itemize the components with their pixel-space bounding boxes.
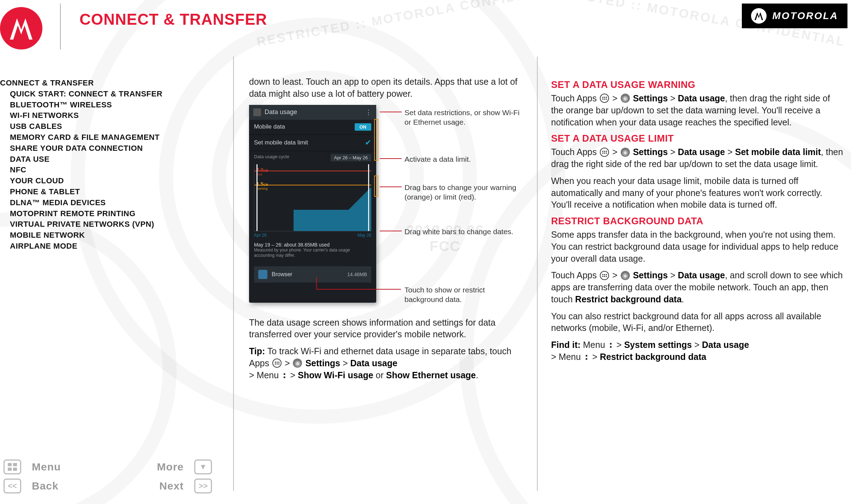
brand-name: MOTOROLA bbox=[772, 10, 838, 22]
body-text: The data usage screen shows information … bbox=[249, 317, 525, 341]
more-icon[interactable]: ▼ bbox=[194, 459, 212, 474]
footer-nav: Menu More ▼ << Back Next >> bbox=[4, 459, 212, 498]
body-text: Touch Apps > Settings > Data usage > Set… bbox=[551, 146, 844, 170]
label: Data usage cycle bbox=[254, 154, 289, 161]
back-button[interactable]: Back bbox=[32, 480, 85, 492]
overflow-menu-icon: ▪▪ bbox=[585, 354, 587, 361]
body-text: down to least. Touch an app to open its … bbox=[249, 76, 525, 100]
data-usage-figure: Data usage ⋮ Mobile data ON Set mobile d… bbox=[249, 105, 521, 306]
date-handle bbox=[256, 164, 258, 231]
mobile-data-row: Mobile data ON bbox=[249, 120, 376, 135]
highlight-box bbox=[374, 119, 378, 161]
label: Mobile data bbox=[254, 123, 285, 130]
body-text: You can also restrict background data fo… bbox=[551, 310, 844, 334]
gear-icon bbox=[621, 148, 630, 157]
usage-summary: May 19 – 26: about 38.65MB used Measured… bbox=[249, 239, 376, 261]
app-size: 14.46MB bbox=[347, 272, 367, 277]
x-start: Apr 26 bbox=[254, 233, 266, 238]
browser-icon bbox=[258, 270, 267, 279]
menu-button[interactable]: Menu bbox=[32, 461, 85, 473]
toc-item[interactable]: QUICK START: CONNECT & TRANSFER bbox=[0, 89, 198, 100]
menu-icon[interactable] bbox=[4, 459, 21, 474]
callout: Set data restrictions, or show Wi-Fi or … bbox=[404, 108, 521, 127]
column-divider bbox=[233, 57, 234, 491]
callout: Drag white bars to change dates. bbox=[404, 227, 521, 236]
next-icon[interactable]: >> bbox=[194, 479, 212, 493]
find-it-text: Find it: Menu ▪▪ > System settings > Dat… bbox=[551, 339, 844, 363]
cycle-row: Data usage cycle Apr 26 – May 26 bbox=[249, 151, 376, 164]
screen-title: Data usage bbox=[265, 108, 297, 116]
section-heading: SET A DATA USAGE WARNING bbox=[551, 79, 844, 90]
toc-item[interactable]: PHONE & TABLET bbox=[0, 186, 198, 197]
gear-icon bbox=[621, 94, 630, 103]
limit-label: 4.0GBlimit bbox=[256, 167, 268, 176]
body-text: Touch Apps > Settings > Data usage, then… bbox=[551, 93, 844, 128]
callout: Touch to show or restrict background dat… bbox=[404, 285, 521, 304]
motorola-logo-icon bbox=[751, 8, 767, 24]
date-handle bbox=[368, 164, 369, 231]
overflow-menu-icon: ▪▪ bbox=[610, 342, 612, 349]
toc-item[interactable]: YOUR CLOUD bbox=[0, 176, 198, 186]
watermark-text: RESTRICTED :: MOTOROLA CONFIDENTIAL bbox=[255, 0, 571, 49]
toc-item[interactable]: VIRTUAL PRIVATE NETWORKS (VPN) bbox=[0, 219, 198, 230]
screen-titlebar: Data usage ⋮ bbox=[249, 105, 376, 120]
toc-item[interactable]: DATA USE bbox=[0, 154, 198, 165]
section-heading: SET A DATA USAGE LIMIT bbox=[551, 133, 844, 144]
toc-item[interactable]: SHARE YOUR DATA CONNECTION bbox=[0, 143, 198, 154]
column-divider bbox=[537, 57, 538, 491]
brand-badge: MOTOROLA bbox=[742, 4, 847, 28]
section-heading: RESTRICT BACKGROUND DATA bbox=[551, 216, 844, 227]
toc-item[interactable]: MEMORY CARD & FILE MANAGEMENT bbox=[0, 132, 198, 143]
label: Set mobile data limit bbox=[254, 139, 308, 146]
toc-item[interactable]: MOBILE NETWORK bbox=[0, 230, 198, 241]
warning-label: 1.5GBwarning bbox=[256, 181, 268, 190]
apps-icon bbox=[272, 358, 282, 368]
apps-icon bbox=[600, 271, 609, 280]
gear-icon bbox=[293, 358, 302, 368]
callout: Drag bars to change your warning (orange… bbox=[404, 183, 521, 202]
usage-area bbox=[329, 185, 371, 231]
toc-item[interactable]: BLUETOOTH™ WIRELESS bbox=[0, 100, 198, 111]
highlight-box bbox=[374, 176, 378, 197]
toc-item[interactable]: DLNA™ MEDIA DEVICES bbox=[0, 197, 198, 208]
app-usage-row: Browser 14.46MB bbox=[254, 266, 371, 283]
chart-x-axis: Apr 26 May 26 bbox=[249, 231, 376, 239]
toc-item[interactable]: WI-FI NETWORKS bbox=[0, 110, 198, 121]
body-text: When you reach your data usage limit, mo… bbox=[551, 175, 844, 211]
more-button[interactable]: More bbox=[131, 461, 184, 473]
set-limit-row: Set mobile data limit ✔ bbox=[249, 135, 376, 151]
on-toggle: ON bbox=[355, 123, 372, 131]
tip-text: Tip: To track Wi-Fi and ethernet data us… bbox=[249, 345, 525, 381]
callout: Activate a data limit. bbox=[404, 154, 518, 164]
body-text: Some apps transfer data in the backgroun… bbox=[551, 229, 844, 265]
content-column-2: SET A DATA USAGE WARNING Touch Apps > Se… bbox=[551, 76, 844, 368]
toc-item[interactable]: MOTOPRINT REMOTE PRINTING bbox=[0, 208, 198, 219]
limit-line bbox=[254, 171, 371, 171]
phone-screenshot: Data usage ⋮ Mobile data ON Set mobile d… bbox=[249, 105, 376, 303]
apps-icon bbox=[600, 148, 609, 157]
back-icon[interactable]: << bbox=[4, 479, 21, 493]
apps-icon bbox=[600, 94, 609, 103]
toc-item[interactable]: NFC bbox=[0, 165, 198, 176]
check-icon: ✔ bbox=[365, 138, 371, 147]
toc-sidebar: CONNECT & TRANSFERQUICK START: CONNECT &… bbox=[0, 78, 198, 252]
toc-item[interactable]: USB CABLES bbox=[0, 121, 198, 132]
content-column-1: down to least. Touch an app to open its … bbox=[249, 76, 525, 386]
body-text: Touch Apps > Settings > Data usage, and … bbox=[551, 269, 844, 305]
app-name: Browser bbox=[272, 271, 292, 278]
usage-chart: 4.0GBlimit 1.5GBwarning bbox=[254, 164, 371, 231]
toc-item[interactable]: CONNECT & TRANSFER bbox=[0, 78, 198, 89]
toc-item[interactable]: AIRPLANE MODE bbox=[0, 241, 198, 252]
cycle-value: Apr 26 – May 26 bbox=[331, 154, 371, 161]
gear-icon bbox=[621, 271, 630, 280]
x-end: May 26 bbox=[357, 233, 371, 238]
motorola-logo-icon bbox=[0, 7, 42, 49]
gear-icon bbox=[253, 108, 261, 116]
next-button[interactable]: Next bbox=[131, 480, 184, 492]
header-divider bbox=[60, 4, 61, 49]
overflow-menu-icon: ▪▪ bbox=[283, 373, 285, 379]
page-title: CONNECT & TRANSFER bbox=[79, 11, 267, 28]
overflow-menu-icon: ⋮ bbox=[365, 108, 372, 116]
